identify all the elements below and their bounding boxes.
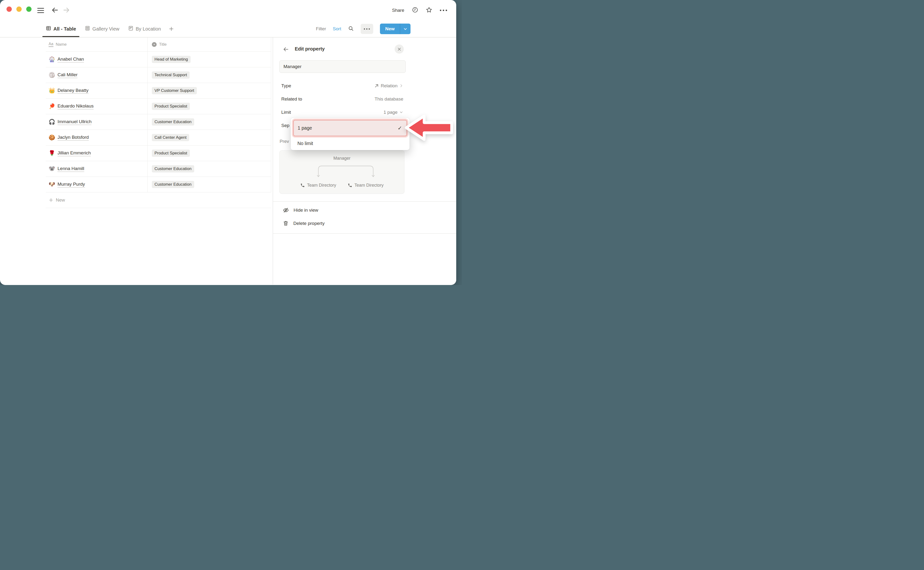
row-label: Related to bbox=[281, 97, 302, 102]
title-cell[interactable]: Customer Education bbox=[147, 161, 271, 176]
row-label-fragment: Sep bbox=[281, 123, 290, 128]
title-cell[interactable]: VP Customer Support bbox=[147, 83, 271, 98]
title-type-icon: Aa bbox=[49, 42, 54, 47]
person-name[interactable]: Cali Miller bbox=[57, 72, 77, 78]
new-button-label[interactable]: New bbox=[380, 24, 400, 34]
tab-all-table[interactable]: All - Table bbox=[42, 21, 80, 37]
sort-button[interactable]: Sort bbox=[333, 26, 341, 32]
row-emoji: 🏓 bbox=[49, 103, 55, 109]
phone-icon bbox=[348, 183, 352, 188]
table-row: 🐶Murray Purdy Customer Education bbox=[46, 177, 271, 192]
annotation-arrow bbox=[404, 112, 455, 143]
gallery-view-icon bbox=[85, 26, 90, 32]
column-header-title[interactable]: Title bbox=[147, 38, 271, 52]
row-emoji: 🐨 bbox=[49, 166, 55, 172]
title-cell[interactable]: Technical Support bbox=[147, 67, 271, 83]
column-label: Title bbox=[159, 42, 167, 47]
row-emoji: 🏐 bbox=[49, 72, 55, 78]
preview-child-item: Team Directory bbox=[348, 183, 384, 188]
new-button-chevron-icon[interactable] bbox=[400, 24, 410, 34]
dropdown-option-1-page[interactable]: 1 page ✓ bbox=[293, 120, 407, 136]
forward-arrow-icon[interactable] bbox=[63, 6, 70, 14]
select-type-icon bbox=[152, 42, 157, 47]
row-value: Relation bbox=[381, 83, 398, 89]
property-name-input[interactable] bbox=[279, 60, 406, 73]
column-label: Name bbox=[56, 42, 67, 47]
name-cell[interactable]: 👑Delaney Beatty bbox=[46, 83, 147, 98]
title-badge: Customer Education bbox=[152, 118, 194, 126]
updates-clock-icon[interactable] bbox=[412, 7, 418, 14]
name-cell[interactable]: 🌹Jillian Emmerich bbox=[46, 146, 147, 161]
tab-gallery-view[interactable]: Gallery View bbox=[81, 21, 123, 37]
add-view-icon[interactable] bbox=[166, 21, 177, 37]
search-icon[interactable] bbox=[348, 26, 354, 32]
title-cell[interactable]: Head of Marketing bbox=[147, 52, 271, 67]
minimize-window-button[interactable] bbox=[16, 6, 21, 12]
back-arrow-icon[interactable] bbox=[51, 6, 59, 14]
name-cell[interactable]: 🏐Cali Miller bbox=[46, 67, 147, 83]
preview-parent-label: Manager bbox=[279, 156, 404, 161]
person-name[interactable]: Eduardo Nikolaus bbox=[57, 103, 94, 109]
table-row: 👑Delaney Beatty VP Customer Support bbox=[46, 83, 271, 99]
person-name[interactable]: Jaclyn Botsford bbox=[57, 135, 89, 141]
person-name[interactable]: Murray Purdy bbox=[57, 182, 85, 188]
relation-branch-lines bbox=[317, 164, 375, 180]
table-row: 🏐Cali Miller Technical Support bbox=[46, 67, 271, 83]
share-button[interactable]: Share bbox=[392, 8, 404, 13]
row-emoji: 🌹 bbox=[49, 150, 55, 156]
panel-title: Edit property bbox=[295, 46, 325, 52]
name-cell[interactable]: 🎧Immanuel Ullrich bbox=[46, 114, 147, 130]
person-name[interactable]: Anabel Chan bbox=[57, 57, 84, 63]
row-emoji: 👑 bbox=[49, 87, 55, 94]
dropdown-option-no-limit[interactable]: No limit bbox=[293, 138, 407, 149]
person-name[interactable]: Immanuel Ullrich bbox=[57, 119, 91, 125]
name-cell[interactable]: 🐨Lenna Hamill bbox=[46, 161, 147, 176]
sidebar-menu-icon[interactable] bbox=[37, 7, 44, 14]
tab-by-location[interactable]: By Location bbox=[124, 21, 164, 37]
panel-close-icon[interactable] bbox=[394, 44, 404, 54]
panel-back-arrow-icon[interactable] bbox=[283, 46, 289, 54]
person-name[interactable]: Delaney Beatty bbox=[57, 88, 89, 94]
title-badge: VP Customer Support bbox=[152, 87, 197, 94]
title-cell[interactable]: Customer Education bbox=[147, 177, 271, 192]
edit-property-panel: Edit property Type Relation bbox=[273, 38, 456, 285]
name-cell[interactable]: 🍪Jaclyn Botsford bbox=[46, 130, 147, 145]
name-cell[interactable]: 🐶Murray Purdy bbox=[46, 177, 147, 192]
property-related-row[interactable]: Related to This database bbox=[281, 92, 403, 106]
row-emoji: 🎧 bbox=[49, 119, 55, 125]
filter-button[interactable]: Filter bbox=[316, 26, 326, 32]
preview-child-item: Team Directory bbox=[300, 183, 336, 188]
row-label: Limit bbox=[281, 110, 291, 115]
traffic-lights bbox=[6, 6, 32, 12]
close-window-button[interactable] bbox=[6, 6, 12, 12]
row-emoji: 🐶 bbox=[49, 181, 55, 188]
more-options-icon[interactable] bbox=[440, 10, 447, 11]
option-label: No limit bbox=[298, 141, 313, 146]
relation-arrow-icon bbox=[374, 83, 379, 88]
chevron-right-icon bbox=[399, 84, 403, 88]
name-cell[interactable]: 🎡Anabel Chan bbox=[46, 52, 147, 67]
title-badge: Call Center Agent bbox=[152, 134, 189, 141]
favorite-star-icon[interactable] bbox=[426, 7, 432, 14]
table-row: 🍪Jaclyn Botsford Call Center Agent bbox=[46, 130, 271, 146]
property-type-row[interactable]: Type Relation bbox=[281, 79, 403, 92]
title-cell[interactable]: Call Center Agent bbox=[147, 130, 271, 145]
hide-in-view-button[interactable]: Hide in view bbox=[283, 204, 408, 217]
column-header-name[interactable]: Aa Name bbox=[46, 38, 147, 52]
relation-preview-card: Manager Team Directory Team Dir bbox=[279, 150, 405, 194]
view-options-icon[interactable] bbox=[361, 24, 373, 34]
person-name[interactable]: Jillian Emmerich bbox=[57, 150, 91, 156]
new-record-button[interactable]: New bbox=[380, 24, 410, 34]
zoom-window-button[interactable] bbox=[26, 6, 32, 12]
title-cell[interactable]: Product Specialist bbox=[147, 146, 271, 161]
name-cell[interactable]: 🏓Eduardo Nikolaus bbox=[46, 99, 147, 114]
title-cell[interactable]: Product Specialist bbox=[147, 99, 271, 114]
title-cell[interactable]: Customer Education bbox=[147, 114, 271, 130]
property-limit-row[interactable]: Limit 1 page bbox=[281, 106, 403, 119]
plus-icon bbox=[49, 198, 54, 202]
delete-property-button[interactable]: Delete property bbox=[283, 217, 408, 230]
person-name[interactable]: Lenna Hamill bbox=[57, 166, 84, 172]
add-row-button[interactable]: New bbox=[46, 192, 271, 208]
row-label: Type bbox=[281, 83, 291, 89]
action-label: Hide in view bbox=[293, 208, 318, 213]
